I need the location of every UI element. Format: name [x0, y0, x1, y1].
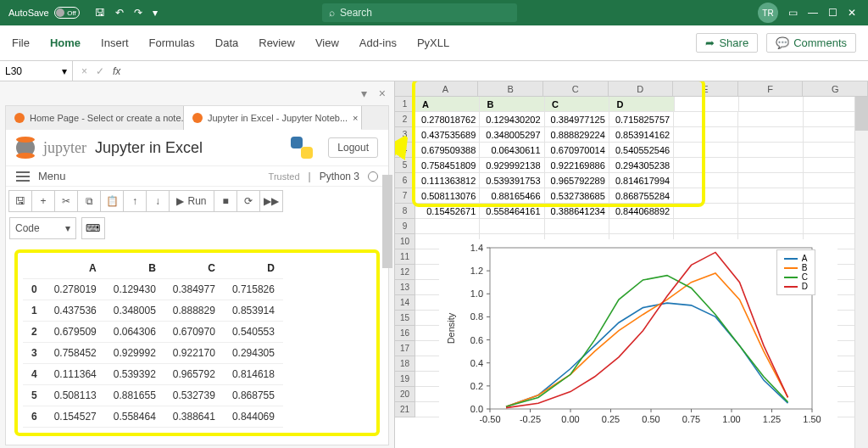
logout-button[interactable]: Logout	[328, 137, 378, 158]
row-header[interactable]: 16	[395, 326, 415, 341]
tab-review[interactable]: Review	[259, 36, 295, 49]
row-header[interactable]: 3	[395, 127, 415, 143]
sheet-cell[interactable]: 0.129430202	[480, 112, 544, 127]
qa-dropdown-icon[interactable]: ▾	[153, 7, 158, 19]
row-header[interactable]: 20	[395, 387, 415, 402]
nb-add-cell-button[interactable]: +	[31, 190, 55, 212]
row-header[interactable]: 6	[395, 173, 415, 188]
nb-copy-button[interactable]: ⧉	[77, 190, 101, 212]
tab-home[interactable]: Home	[50, 36, 81, 49]
vertical-scrollbar[interactable]	[854, 97, 868, 448]
minimize-icon[interactable]: —	[808, 7, 818, 19]
row-header[interactable]: 5	[395, 158, 415, 173]
cell-type-select[interactable]: Code▾	[9, 217, 76, 239]
row-header[interactable]: 2	[395, 112, 415, 127]
pane-dropdown-icon[interactable]: ▾	[361, 87, 367, 100]
notebook-title[interactable]: Jupyter in Excel	[95, 139, 203, 157]
nb-run-button[interactable]: ▶Run	[169, 190, 214, 212]
tab-pyxll[interactable]: PyXLL	[417, 36, 449, 49]
worksheet[interactable]: A B C D E F G 12345678910111213141516171…	[395, 81, 868, 448]
row-header[interactable]: 19	[395, 372, 415, 387]
col-header[interactable]: E	[673, 81, 738, 97]
sheet-cell[interactable]: 0.437535689	[415, 127, 480, 143]
hamburger-icon[interactable]	[16, 171, 30, 182]
sheet-cell[interactable]: 0.844068892	[609, 204, 674, 219]
kernel-name[interactable]: Python 3	[320, 171, 359, 182]
close-icon[interactable]: ✕	[848, 7, 856, 19]
col-header[interactable]: D	[609, 81, 674, 97]
sheet-cell[interactable]: 0.922169886	[545, 158, 609, 173]
redo-icon[interactable]: ↷	[134, 7, 142, 19]
sheet-cell[interactable]: 0.508113076	[415, 188, 480, 204]
sheet-cell[interactable]: 0.670970014	[545, 143, 609, 158]
sheet-cell[interactable]: 0.929992138	[480, 158, 544, 173]
row-header[interactable]: 1	[395, 97, 415, 112]
sheet-cell[interactable]: 0.558464161	[480, 204, 544, 219]
ribbon-mode-icon[interactable]: ▭	[788, 7, 798, 19]
keyboard-shortcuts-button[interactable]: ⌨	[81, 217, 105, 239]
nb-run-all-button[interactable]: ▶▶	[259, 190, 283, 212]
pane-close-icon[interactable]: ×	[379, 87, 386, 100]
comments-button[interactable]: 💬Comments	[766, 33, 856, 53]
col-header[interactable]: F	[738, 81, 804, 97]
nb-restart-button[interactable]: ⟳	[236, 190, 260, 212]
sheet-cell[interactable]: 0.15452671	[415, 204, 480, 219]
autosave-toggle[interactable]: AutoSave Off	[0, 7, 88, 19]
sheet-cell[interactable]: 0.278018762	[415, 112, 480, 127]
sheet-cell[interactable]: 0.111363812	[415, 173, 480, 188]
maximize-icon[interactable]: ☐	[828, 7, 837, 19]
row-header[interactable]: 12	[395, 265, 415, 280]
sheet-header-cell[interactable]: A	[415, 97, 480, 112]
avatar[interactable]: TR	[758, 3, 778, 23]
sheet-cell[interactable]: 0.715825757	[609, 112, 674, 127]
sheet-cell[interactable]: 0.294305238	[609, 158, 674, 173]
sheet-cell[interactable]: 0.853914162	[609, 127, 674, 143]
sheet-cell[interactable]: 0.388641234	[545, 204, 609, 219]
nb-move-down-button[interactable]: ↓	[146, 190, 170, 212]
sheet-header-cell[interactable]: D	[609, 97, 674, 112]
sheet-cell[interactable]: 0.868755284	[609, 188, 674, 204]
nb-cut-button[interactable]: ✂	[54, 190, 78, 212]
row-header[interactable]: 11	[395, 249, 415, 265]
row-header[interactable]: 18	[395, 356, 415, 372]
pane-scrollbar[interactable]	[382, 132, 392, 443]
col-header[interactable]: A	[414, 81, 479, 97]
row-header[interactable]: 9	[395, 219, 415, 234]
pane-tab-notebook[interactable]: Jupyter in Excel - Jupyter Noteb... ×	[184, 106, 362, 130]
undo-icon[interactable]: ↶	[115, 7, 124, 19]
pane-tab-home[interactable]: Home Page - Select or create a note... ×	[6, 106, 184, 130]
save-icon[interactable]: 🖫	[95, 7, 105, 19]
row-header[interactable]: 4	[395, 143, 415, 158]
sheet-cell[interactable]: 0.532738685	[545, 188, 609, 204]
col-header[interactable]: C	[543, 81, 609, 97]
share-button[interactable]: ➦Share	[696, 33, 758, 53]
col-header[interactable]: B	[478, 81, 543, 97]
row-header[interactable]: 8	[395, 204, 415, 219]
confirm-icon[interactable]: ✓	[96, 65, 104, 77]
name-box[interactable]: L30 ▾	[0, 61, 73, 81]
tab-data[interactable]: Data	[215, 36, 238, 49]
formula-input[interactable]	[129, 61, 868, 81]
sheet-cell[interactable]: 0.540552546	[609, 143, 674, 158]
tab-addins[interactable]: Add-ins	[359, 36, 397, 49]
sheet-cell[interactable]: 0.348005297	[480, 127, 544, 143]
nb-save-button[interactable]: 🖫	[8, 190, 32, 212]
row-header[interactable]: 17	[395, 341, 415, 356]
row-header[interactable]: 7	[395, 188, 415, 204]
sheet-cell[interactable]: 0.384977125	[545, 112, 609, 127]
sheet-header-cell[interactable]: C	[545, 97, 609, 112]
density-chart[interactable]: 0.00.20.40.60.81.01.21.4-0.50-0.250.000.…	[439, 239, 837, 436]
select-all-corner[interactable]	[395, 81, 414, 97]
tab-insert[interactable]: Insert	[101, 36, 129, 49]
fx-icon[interactable]: fx	[113, 65, 120, 77]
row-header[interactable]: 15	[395, 311, 415, 326]
sheet-cell[interactable]: 0.888829224	[545, 127, 609, 143]
tab-file[interactable]: File	[12, 36, 30, 49]
row-header[interactable]: 13	[395, 280, 415, 295]
sheet-cell[interactable]: 0.539391753	[480, 173, 544, 188]
sheet-cell[interactable]: 0.965792289	[545, 173, 609, 188]
search-box[interactable]: ⌕ Search	[322, 3, 517, 22]
nb-paste-button[interactable]: 📋	[100, 190, 124, 212]
tab-close-icon[interactable]: ×	[353, 113, 358, 123]
col-header[interactable]: G	[803, 81, 868, 97]
